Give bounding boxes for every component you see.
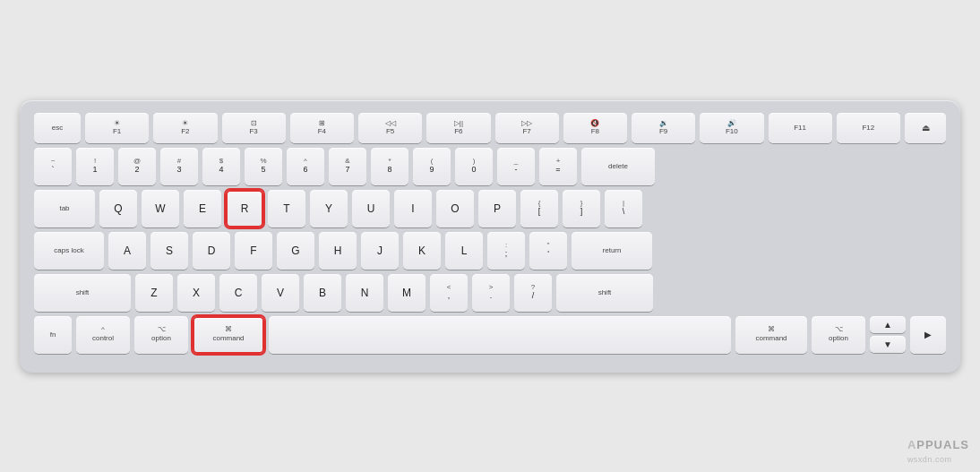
key-command-right[interactable]: ⌘command bbox=[735, 316, 807, 354]
key-control[interactable]: ^control bbox=[76, 316, 130, 354]
key-l[interactable]: L bbox=[445, 232, 483, 270]
key-f10[interactable]: 🔊F10 bbox=[700, 113, 763, 143]
key-period[interactable]: >. bbox=[472, 274, 510, 312]
key-p[interactable]: P bbox=[478, 190, 516, 227]
key-h[interactable]: H bbox=[319, 232, 357, 270]
asdf-row: caps lock A S D F G H J K L :; "' return bbox=[34, 232, 946, 270]
key-arrow-down[interactable]: ▼ bbox=[870, 336, 906, 353]
key-b[interactable]: B bbox=[304, 274, 341, 312]
key-f6[interactable]: ▷||F6 bbox=[426, 113, 490, 143]
key-f1[interactable]: ☀F1 bbox=[85, 113, 149, 143]
key-f2[interactable]: ☀F2 bbox=[153, 113, 217, 143]
key-rbracket[interactable]: }] bbox=[563, 190, 600, 227]
key-power[interactable]: ⏏ bbox=[905, 113, 946, 143]
key-9[interactable]: (9 bbox=[413, 148, 451, 185]
key-f[interactable]: F bbox=[235, 232, 272, 270]
key-7[interactable]: &7 bbox=[329, 148, 366, 185]
key-f4[interactable]: ⊞F4 bbox=[290, 113, 354, 143]
key-u[interactable]: U bbox=[352, 190, 390, 227]
key-r[interactable]: R bbox=[226, 190, 263, 227]
key-semicolon[interactable]: :; bbox=[487, 232, 525, 270]
key-f3[interactable]: ⊡F3 bbox=[222, 113, 286, 143]
key-5[interactable]: %5 bbox=[245, 148, 282, 185]
key-equals[interactable]: += bbox=[539, 148, 577, 185]
key-g[interactable]: G bbox=[277, 232, 314, 270]
key-return[interactable]: return bbox=[572, 232, 652, 270]
key-e[interactable]: E bbox=[184, 190, 221, 227]
key-s[interactable]: S bbox=[150, 232, 188, 270]
key-z[interactable]: Z bbox=[135, 274, 173, 312]
key-esc[interactable]: esc bbox=[34, 113, 81, 143]
fkey-row: esc ☀F1 ☀F2 ⊡F3 ⊞F4 ◁◁F5 ▷||F6 ▷▷F7 🔇F8 … bbox=[34, 113, 946, 143]
key-j[interactable]: J bbox=[361, 232, 399, 270]
key-w[interactable]: W bbox=[142, 190, 179, 227]
zxcv-row: shift Z X C V B N M <, >. ?/ shift bbox=[34, 274, 946, 312]
key-delete[interactable]: delete bbox=[581, 148, 655, 185]
key-caps-lock[interactable]: caps lock bbox=[34, 232, 104, 270]
key-6[interactable]: ^6 bbox=[287, 148, 324, 185]
key-backslash[interactable]: |\ bbox=[605, 190, 642, 227]
qwerty-row: tab Q W E R T Y U I O P {[ }] |\ bbox=[34, 190, 946, 227]
key-quote[interactable]: "' bbox=[529, 232, 567, 270]
key-option-left[interactable]: ⌥option bbox=[134, 316, 188, 354]
key-f9[interactable]: 🔉F9 bbox=[632, 113, 695, 143]
key-d[interactable]: D bbox=[193, 232, 230, 270]
key-f12[interactable]: F12 bbox=[837, 113, 900, 143]
key-space[interactable] bbox=[269, 316, 731, 354]
key-a[interactable]: A bbox=[108, 232, 146, 270]
key-comma[interactable]: <, bbox=[430, 274, 468, 312]
watermark: APPUALSwsxdn.com bbox=[907, 438, 969, 465]
key-fn[interactable]: fn bbox=[34, 316, 72, 354]
key-f5[interactable]: ◁◁F5 bbox=[358, 113, 422, 143]
key-lbracket[interactable]: {[ bbox=[520, 190, 558, 227]
key-v[interactable]: V bbox=[262, 274, 299, 312]
key-slash[interactable]: ?/ bbox=[514, 274, 552, 312]
arrow-keys: ▲ ▼ bbox=[870, 316, 906, 354]
key-q[interactable]: Q bbox=[99, 190, 137, 227]
key-shift-left[interactable]: shift bbox=[34, 274, 131, 312]
key-arrow-right[interactable]: ▶ bbox=[910, 316, 946, 354]
key-shift-right[interactable]: shift bbox=[556, 274, 653, 312]
key-0[interactable]: )0 bbox=[455, 148, 493, 185]
key-f11[interactable]: F11 bbox=[769, 113, 832, 143]
key-2[interactable]: @2 bbox=[118, 148, 156, 185]
key-x[interactable]: X bbox=[177, 274, 215, 312]
key-arrow-up[interactable]: ▲ bbox=[870, 316, 906, 333]
key-f8[interactable]: 🔇F8 bbox=[563, 113, 627, 143]
key-n[interactable]: N bbox=[346, 274, 383, 312]
key-option-right[interactable]: ⌥option bbox=[812, 316, 865, 354]
number-row: ~` !1 @2 #3 $4 %5 ^6 &7 *8 (9 )0 _- += d… bbox=[34, 148, 946, 185]
bottom-row: fn ^control ⌥option ⌘command ⌘command ⌥o… bbox=[34, 316, 946, 354]
key-m[interactable]: M bbox=[388, 274, 426, 312]
key-8[interactable]: *8 bbox=[371, 148, 408, 185]
key-3[interactable]: #3 bbox=[160, 148, 198, 185]
key-tab[interactable]: tab bbox=[34, 190, 95, 227]
key-command-left[interactable]: ⌘command bbox=[193, 316, 264, 354]
keyboard: esc ☀F1 ☀F2 ⊡F3 ⊞F4 ◁◁F5 ▷||F6 ▷▷F7 🔇F8 … bbox=[20, 100, 960, 373]
key-minus[interactable]: _- bbox=[497, 148, 535, 185]
key-i[interactable]: I bbox=[394, 190, 432, 227]
key-k[interactable]: K bbox=[403, 232, 441, 270]
key-o[interactable]: O bbox=[436, 190, 474, 227]
key-f7[interactable]: ▷▷F7 bbox=[495, 113, 559, 143]
key-c[interactable]: C bbox=[219, 274, 257, 312]
key-1[interactable]: !1 bbox=[76, 148, 114, 185]
key-t[interactable]: T bbox=[268, 190, 305, 227]
key-y[interactable]: Y bbox=[310, 190, 348, 227]
key-tilde[interactable]: ~` bbox=[34, 148, 72, 185]
key-4[interactable]: $4 bbox=[202, 148, 240, 185]
